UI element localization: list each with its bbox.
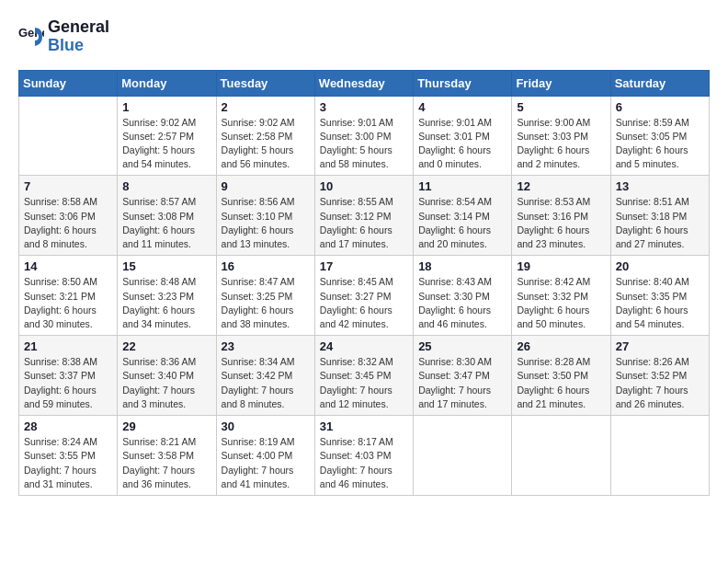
calendar-cell: 4Sunrise: 9:01 AMSunset: 3:01 PMDaylight… xyxy=(414,96,512,176)
day-info: Sunrise: 8:42 AMSunset: 3:32 PMDaylight:… xyxy=(517,275,605,331)
day-number: 3 xyxy=(320,100,408,114)
calendar-week-row: 21Sunrise: 8:38 AMSunset: 3:37 PMDayligh… xyxy=(19,336,710,416)
calendar-cell xyxy=(19,96,118,176)
day-number: 23 xyxy=(222,339,310,353)
day-info: Sunrise: 8:21 AMSunset: 3:58 PMDaylight:… xyxy=(122,435,210,491)
day-number: 20 xyxy=(616,259,704,273)
calendar-header-row: SundayMondayTuesdayWednesdayThursdayFrid… xyxy=(19,70,710,96)
day-info: Sunrise: 8:51 AMSunset: 3:18 PMDaylight:… xyxy=(616,195,704,251)
day-info: Sunrise: 8:19 AMSunset: 4:00 PMDaylight:… xyxy=(222,435,310,491)
day-info: Sunrise: 8:28 AMSunset: 3:50 PMDaylight:… xyxy=(517,355,605,411)
day-number: 5 xyxy=(517,100,605,114)
day-info: Sunrise: 8:45 AMSunset: 3:27 PMDaylight:… xyxy=(320,275,408,331)
weekday-header: Tuesday xyxy=(216,70,314,96)
calendar-week-row: 1Sunrise: 9:02 AMSunset: 2:57 PMDaylight… xyxy=(19,96,710,176)
calendar-cell xyxy=(512,416,610,496)
calendar-cell xyxy=(414,416,512,496)
day-info: Sunrise: 8:36 AMSunset: 3:40 PMDaylight:… xyxy=(122,355,210,411)
day-info: Sunrise: 8:17 AMSunset: 4:03 PMDaylight:… xyxy=(320,435,408,491)
day-number: 12 xyxy=(517,179,605,193)
day-number: 24 xyxy=(320,339,408,353)
day-info: Sunrise: 8:30 AMSunset: 3:47 PMDaylight:… xyxy=(418,355,506,411)
day-info: Sunrise: 9:02 AMSunset: 2:57 PMDaylight:… xyxy=(122,116,210,172)
day-number: 28 xyxy=(24,419,112,433)
day-number: 13 xyxy=(616,179,704,193)
calendar-cell: 22Sunrise: 8:36 AMSunset: 3:40 PMDayligh… xyxy=(118,336,216,416)
day-number: 7 xyxy=(24,179,112,193)
day-info: Sunrise: 8:34 AMSunset: 3:42 PMDaylight:… xyxy=(222,355,310,411)
day-info: Sunrise: 8:26 AMSunset: 3:52 PMDaylight:… xyxy=(616,355,704,411)
calendar-cell: 18Sunrise: 8:43 AMSunset: 3:30 PMDayligh… xyxy=(414,256,512,336)
calendar-cell: 12Sunrise: 8:53 AMSunset: 3:16 PMDayligh… xyxy=(512,176,610,256)
logo: General General Blue xyxy=(18,18,109,55)
day-info: Sunrise: 9:01 AMSunset: 3:00 PMDaylight:… xyxy=(320,116,408,172)
calendar-cell: 20Sunrise: 8:40 AMSunset: 3:35 PMDayligh… xyxy=(610,256,709,336)
day-info: Sunrise: 8:54 AMSunset: 3:14 PMDaylight:… xyxy=(418,195,506,251)
calendar-cell: 6Sunrise: 8:59 AMSunset: 3:05 PMDaylight… xyxy=(610,96,709,176)
calendar-cell: 31Sunrise: 8:17 AMSunset: 4:03 PMDayligh… xyxy=(314,416,413,496)
day-number: 4 xyxy=(418,100,506,114)
calendar-cell: 5Sunrise: 9:00 AMSunset: 3:03 PMDaylight… xyxy=(512,96,610,176)
calendar-cell: 28Sunrise: 8:24 AMSunset: 3:55 PMDayligh… xyxy=(19,416,118,496)
day-info: Sunrise: 8:55 AMSunset: 3:12 PMDaylight:… xyxy=(320,195,408,251)
calendar-cell: 26Sunrise: 8:28 AMSunset: 3:50 PMDayligh… xyxy=(512,336,610,416)
calendar-cell: 29Sunrise: 8:21 AMSunset: 3:58 PMDayligh… xyxy=(118,416,216,496)
day-number: 2 xyxy=(222,100,310,114)
day-number: 17 xyxy=(320,259,408,273)
calendar-cell: 30Sunrise: 8:19 AMSunset: 4:00 PMDayligh… xyxy=(216,416,314,496)
calendar-cell: 24Sunrise: 8:32 AMSunset: 3:45 PMDayligh… xyxy=(314,336,413,416)
day-number: 16 xyxy=(222,259,310,273)
calendar-week-row: 7Sunrise: 8:58 AMSunset: 3:06 PMDaylight… xyxy=(19,176,710,256)
day-number: 30 xyxy=(222,419,310,433)
day-info: Sunrise: 8:40 AMSunset: 3:35 PMDaylight:… xyxy=(616,275,704,331)
calendar-cell: 21Sunrise: 8:38 AMSunset: 3:37 PMDayligh… xyxy=(19,336,118,416)
day-info: Sunrise: 8:57 AMSunset: 3:08 PMDaylight:… xyxy=(122,195,210,251)
day-number: 26 xyxy=(517,339,605,353)
weekday-header: Saturday xyxy=(610,70,709,96)
day-number: 8 xyxy=(122,179,210,193)
calendar-cell: 8Sunrise: 8:57 AMSunset: 3:08 PMDaylight… xyxy=(118,176,216,256)
calendar-cell: 17Sunrise: 8:45 AMSunset: 3:27 PMDayligh… xyxy=(314,256,413,336)
day-number: 31 xyxy=(320,419,408,433)
weekday-header: Wednesday xyxy=(314,70,413,96)
logo-general: General xyxy=(48,18,109,37)
day-info: Sunrise: 9:01 AMSunset: 3:01 PMDaylight:… xyxy=(418,116,506,172)
calendar-cell: 11Sunrise: 8:54 AMSunset: 3:14 PMDayligh… xyxy=(414,176,512,256)
day-info: Sunrise: 8:24 AMSunset: 3:55 PMDaylight:… xyxy=(24,435,112,491)
day-info: Sunrise: 8:58 AMSunset: 3:06 PMDaylight:… xyxy=(24,195,112,251)
day-number: 29 xyxy=(122,419,210,433)
calendar-cell: 3Sunrise: 9:01 AMSunset: 3:00 PMDaylight… xyxy=(314,96,413,176)
calendar-table: SundayMondayTuesdayWednesdayThursdayFrid… xyxy=(18,70,710,496)
day-number: 1 xyxy=(122,100,210,114)
calendar-cell: 15Sunrise: 8:48 AMSunset: 3:23 PMDayligh… xyxy=(118,256,216,336)
calendar-week-row: 28Sunrise: 8:24 AMSunset: 3:55 PMDayligh… xyxy=(19,416,710,496)
calendar-cell: 9Sunrise: 8:56 AMSunset: 3:10 PMDaylight… xyxy=(216,176,314,256)
weekday-header: Monday xyxy=(118,70,216,96)
day-info: Sunrise: 9:02 AMSunset: 2:58 PMDaylight:… xyxy=(222,116,310,172)
day-number: 18 xyxy=(418,259,506,273)
day-number: 22 xyxy=(122,339,210,353)
day-info: Sunrise: 8:59 AMSunset: 3:05 PMDaylight:… xyxy=(616,116,704,172)
calendar-cell xyxy=(610,416,709,496)
day-info: Sunrise: 8:56 AMSunset: 3:10 PMDaylight:… xyxy=(222,195,310,251)
day-number: 21 xyxy=(24,339,112,353)
calendar-cell: 23Sunrise: 8:34 AMSunset: 3:42 PMDayligh… xyxy=(216,336,314,416)
day-info: Sunrise: 8:38 AMSunset: 3:37 PMDaylight:… xyxy=(24,355,112,411)
day-info: Sunrise: 8:47 AMSunset: 3:25 PMDaylight:… xyxy=(222,275,310,331)
calendar-cell: 16Sunrise: 8:47 AMSunset: 3:25 PMDayligh… xyxy=(216,256,314,336)
day-info: Sunrise: 8:32 AMSunset: 3:45 PMDaylight:… xyxy=(320,355,408,411)
calendar-cell: 25Sunrise: 8:30 AMSunset: 3:47 PMDayligh… xyxy=(414,336,512,416)
calendar-cell: 10Sunrise: 8:55 AMSunset: 3:12 PMDayligh… xyxy=(314,176,413,256)
calendar-cell: 2Sunrise: 9:02 AMSunset: 2:58 PMDaylight… xyxy=(216,96,314,176)
day-number: 14 xyxy=(24,259,112,273)
calendar-week-row: 14Sunrise: 8:50 AMSunset: 3:21 PMDayligh… xyxy=(19,256,710,336)
day-info: Sunrise: 8:53 AMSunset: 3:16 PMDaylight:… xyxy=(517,195,605,251)
day-info: Sunrise: 8:48 AMSunset: 3:23 PMDaylight:… xyxy=(122,275,210,331)
day-number: 19 xyxy=(517,259,605,273)
calendar-cell: 7Sunrise: 8:58 AMSunset: 3:06 PMDaylight… xyxy=(19,176,118,256)
day-number: 11 xyxy=(418,179,506,193)
day-number: 10 xyxy=(320,179,408,193)
calendar-cell: 19Sunrise: 8:42 AMSunset: 3:32 PMDayligh… xyxy=(512,256,610,336)
weekday-header: Friday xyxy=(512,70,610,96)
page-header: General General Blue xyxy=(18,18,710,55)
